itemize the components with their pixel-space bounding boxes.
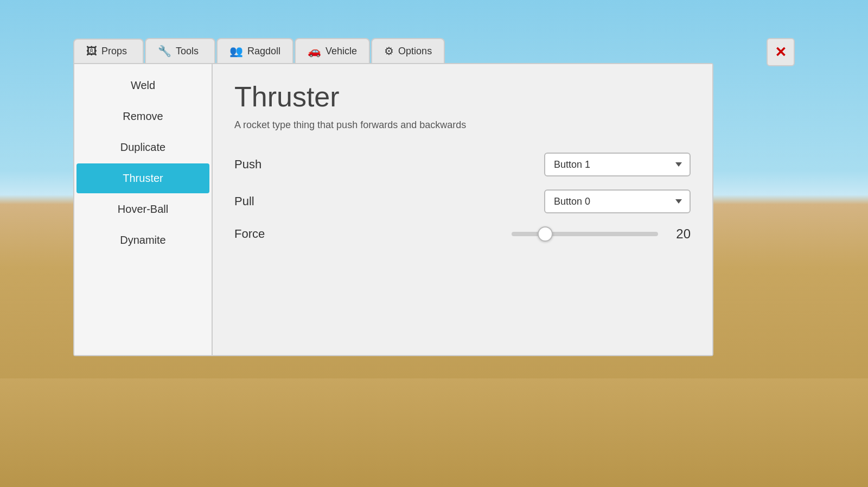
tab-options[interactable]: ⚙ Options bbox=[371, 38, 445, 63]
vehicle-icon: 🚗 bbox=[308, 45, 321, 58]
close-icon: ✕ bbox=[775, 44, 787, 61]
force-value: 20 bbox=[669, 226, 691, 242]
tab-bar: 🖼 Props 🔧 Tools 👥 Ragdoll 🚗 Vehicle ⚙ Op… bbox=[73, 38, 713, 63]
close-button[interactable]: ✕ bbox=[767, 38, 795, 66]
content-description: A rocket type thing that push forwards a… bbox=[234, 119, 691, 131]
sidebar-item-dynamite[interactable]: Dynamite bbox=[76, 225, 209, 255]
ui-window: 🖼 Props 🔧 Tools 👥 Ragdoll 🚗 Vehicle ⚙ Op… bbox=[73, 38, 713, 356]
push-dropdown[interactable]: Button 0 Button 1 Button 2 Button 3 Butt… bbox=[544, 153, 691, 176]
tab-vehicle[interactable]: 🚗 Vehicle bbox=[295, 38, 370, 63]
ground-overlay bbox=[0, 378, 868, 487]
push-row: Push Button 0 Button 1 Button 2 Button 3… bbox=[234, 153, 691, 176]
props-icon: 🖼 bbox=[86, 45, 97, 58]
options-icon: ⚙ bbox=[384, 45, 394, 58]
force-label: Force bbox=[234, 227, 299, 241]
pull-row: Pull Button 0 Button 1 Button 2 Button 3… bbox=[234, 189, 691, 213]
sidebar: Weld Remove Duplicate Thruster Hover-Bal… bbox=[74, 64, 213, 355]
force-slider-container: 20 bbox=[512, 226, 691, 242]
force-slider[interactable] bbox=[512, 232, 658, 236]
sidebar-item-hover-ball[interactable]: Hover-Ball bbox=[76, 194, 209, 224]
tab-ragdoll-label: Ragdoll bbox=[247, 46, 280, 57]
tab-props[interactable]: 🖼 Props bbox=[73, 39, 144, 63]
content-title: Thruster bbox=[234, 80, 691, 113]
content-area: Thruster A rocket type thing that push f… bbox=[213, 64, 712, 355]
tab-options-label: Options bbox=[398, 46, 432, 57]
tab-tools-label: Tools bbox=[176, 46, 199, 57]
tab-tools[interactable]: 🔧 Tools bbox=[145, 38, 215, 63]
force-row: Force 20 bbox=[234, 226, 691, 242]
tab-vehicle-label: Vehicle bbox=[326, 46, 357, 57]
tab-ragdoll[interactable]: 👥 Ragdoll bbox=[216, 38, 293, 63]
pull-dropdown[interactable]: Button 0 Button 1 Button 2 Button 3 Butt… bbox=[544, 189, 691, 213]
sidebar-item-weld[interactable]: Weld bbox=[76, 71, 209, 100]
ragdoll-icon: 👥 bbox=[229, 45, 243, 58]
pull-label: Pull bbox=[234, 194, 299, 208]
sidebar-item-remove[interactable]: Remove bbox=[76, 102, 209, 131]
main-panel: Weld Remove Duplicate Thruster Hover-Bal… bbox=[73, 63, 713, 356]
sidebar-item-duplicate[interactable]: Duplicate bbox=[76, 132, 209, 162]
push-label: Push bbox=[234, 157, 299, 172]
sidebar-item-thruster[interactable]: Thruster bbox=[76, 163, 209, 193]
tools-icon: 🔧 bbox=[158, 45, 171, 58]
tab-props-label: Props bbox=[101, 46, 127, 57]
